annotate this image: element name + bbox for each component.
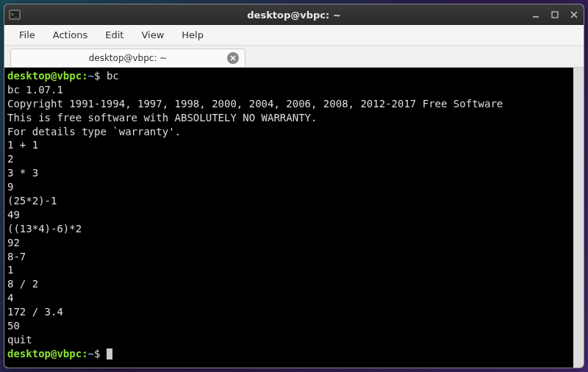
prompt-user-host: desktop@vbpc [7, 348, 82, 360]
output-line: 4 [7, 291, 570, 305]
close-button[interactable] [569, 10, 579, 20]
prompt-dollar: $ [94, 70, 100, 82]
prompt-dollar: $ [94, 348, 100, 360]
output-line: 1 [7, 263, 570, 277]
output-line: 49 [7, 208, 570, 222]
output-line: Copyright 1991-1994, 1997, 1998, 2000, 2… [7, 97, 570, 111]
tabbar: desktop@vbpc: ~ [4, 46, 584, 68]
terminal-tab[interactable]: desktop@vbpc: ~ [10, 49, 245, 67]
titlebar[interactable]: >_ desktop@vbpc: ~ [4, 4, 584, 25]
tab-close-button[interactable] [227, 52, 239, 64]
output-line: 50 [7, 319, 570, 333]
prompt-path: ~ [88, 348, 94, 360]
output-line: 8-7 [7, 250, 570, 264]
output-line: 9 [7, 180, 570, 194]
terminal-window: >_ desktop@vbpc: ~ File Actions Edit Vie… [4, 4, 584, 368]
menubar: File Actions Edit View Help [4, 25, 584, 46]
prompt-colon: : [82, 70, 87, 82]
prompt-user-host: desktop@vbpc [7, 70, 82, 82]
svg-text:>_: >_ [11, 12, 18, 18]
output-line: bc 1.07.1 [7, 83, 570, 97]
output-line: This is free software with ABSOLUTELY NO… [7, 111, 570, 125]
output-line: 2 [7, 152, 570, 166]
terminal-app-icon: >_ [9, 9, 21, 21]
output-line: ((13*4)-6)*2 [7, 222, 570, 236]
output-line: 3 * 3 [7, 166, 570, 180]
output-line: quit [7, 333, 570, 347]
menu-view[interactable]: View [134, 26, 171, 43]
terminal-content[interactable]: desktop@vbpc:~$ bcbc 1.07.1Copyright 199… [4, 68, 584, 368]
output-line: For details type `warranty'. [7, 125, 570, 139]
output-line: 92 [7, 236, 570, 250]
scrollbar-thumb[interactable] [575, 69, 584, 360]
output-line: (25*2)-1 [7, 194, 570, 208]
tab-label: desktop@vbpc: ~ [89, 53, 168, 63]
menu-actions[interactable]: Actions [46, 26, 96, 43]
svg-rect-3 [552, 12, 558, 18]
maximize-button[interactable] [550, 10, 560, 20]
menu-edit[interactable]: Edit [98, 26, 131, 43]
output-line: 8 / 2 [7, 277, 570, 291]
command-input: bc [107, 70, 119, 82]
prompt-colon: : [82, 348, 87, 360]
output-line: 172 / 3.4 [7, 305, 570, 319]
prompt-path: ~ [88, 70, 94, 82]
window-controls [531, 10, 579, 20]
window-title: desktop@vbpc: ~ [247, 10, 340, 21]
menu-help[interactable]: Help [174, 26, 211, 43]
menu-file[interactable]: File [12, 26, 43, 43]
minimize-button[interactable] [531, 10, 541, 20]
output-line: 1 + 1 [7, 138, 570, 152]
terminal-cursor [107, 348, 112, 360]
